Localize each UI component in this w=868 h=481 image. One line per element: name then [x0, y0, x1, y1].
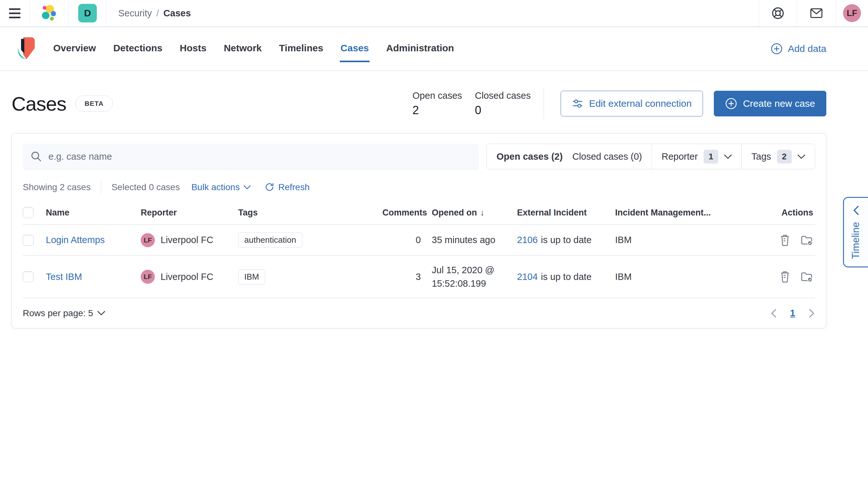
- add-data-button[interactable]: Add data: [771, 43, 826, 55]
- tags-count-badge: 2: [777, 150, 792, 163]
- chevron-down-icon: [97, 311, 105, 315]
- timeline-flyout-toggle[interactable]: Timeline: [843, 197, 868, 267]
- col-actions: Actions: [733, 203, 815, 225]
- case-name-link[interactable]: Test IBM: [46, 272, 82, 282]
- top-chrome-bar: D Security / Cases: [0, 0, 868, 27]
- divider: [101, 181, 101, 194]
- tab-detections[interactable]: Detections: [113, 35, 163, 62]
- previous-page-icon[interactable]: [770, 308, 777, 318]
- menu-section: [0, 0, 30, 26]
- table-header-row: Name Reporter Tags Comments Opened on↓ E…: [23, 203, 815, 225]
- reporter-name: Liverpool FC: [161, 235, 213, 245]
- closed-cases-label: Closed cases: [475, 90, 531, 101]
- push-external-incident-icon[interactable]: [800, 234, 813, 246]
- tag-badge: authentication: [238, 233, 302, 247]
- chevron-down-icon: [724, 154, 732, 159]
- row-checkbox[interactable]: [23, 271, 34, 282]
- beta-badge: BETA: [75, 95, 113, 112]
- reporter-filter-label: Reporter: [661, 151, 698, 162]
- next-page-icon[interactable]: [809, 308, 815, 318]
- elastic-logo-icon[interactable]: [41, 4, 57, 22]
- col-external-incident: External Incident: [517, 203, 615, 225]
- cases-panel: Open cases (2) Closed cases (0) Reporter…: [11, 133, 826, 328]
- space-badge[interactable]: D: [78, 4, 97, 23]
- user-section: LF: [836, 0, 868, 26]
- delete-case-icon[interactable]: [779, 271, 791, 283]
- opened-on-value: Jul 15, 2020 @ 15:52:08.199: [421, 255, 517, 298]
- reporter-avatar: LF: [141, 270, 155, 284]
- tag-badge: IBM: [238, 269, 265, 284]
- cases-table: Name Reporter Tags Comments Opened on↓ E…: [23, 203, 815, 298]
- delete-case-icon[interactable]: [779, 234, 791, 246]
- create-new-case-button[interactable]: Create new case: [714, 91, 826, 116]
- user-avatar[interactable]: LF: [843, 4, 861, 22]
- hamburger-menu-icon[interactable]: [9, 8, 21, 18]
- opened-on-value: 35 minutes ago: [421, 225, 517, 255]
- reporter-name: Liverpool FC: [161, 272, 213, 282]
- refresh-button[interactable]: Refresh: [265, 182, 310, 192]
- tab-network[interactable]: Network: [223, 35, 262, 62]
- tags-filter-label: Tags: [751, 151, 771, 162]
- newsfeed-section: [797, 0, 836, 26]
- sort-desc-icon: ↓: [480, 208, 485, 217]
- case-search-box: [23, 144, 479, 169]
- external-incident-link[interactable]: 2104: [517, 272, 538, 282]
- nav-tabs: Overview Detections Hosts Network Timeli…: [53, 35, 455, 62]
- help-icon[interactable]: [771, 6, 785, 21]
- filter-closed-cases[interactable]: Closed cases (0): [567, 144, 652, 169]
- tab-overview[interactable]: Overview: [53, 35, 96, 62]
- col-opened-on[interactable]: Opened on↓: [421, 203, 517, 225]
- rows-per-page-button[interactable]: Rows per page: 5: [23, 308, 105, 319]
- open-cases-label: Open cases: [412, 90, 462, 101]
- push-external-incident-icon[interactable]: [800, 271, 813, 282]
- chevron-down-icon: [798, 154, 805, 159]
- page-title: Cases: [11, 92, 66, 115]
- case-name-link[interactable]: Login Attemps: [46, 235, 105, 245]
- filter-group: Open cases (2) Closed cases (0) Reporter…: [487, 144, 815, 169]
- external-incident-status: is up to date: [541, 272, 592, 282]
- table-utility-bar: Showing 2 cases Selected 0 cases Bulk ac…: [23, 181, 815, 194]
- col-comments: Comments: [382, 203, 421, 225]
- col-reporter: Reporter: [141, 203, 238, 225]
- security-app-icon: [17, 36, 35, 61]
- case-search-input[interactable]: [49, 151, 471, 162]
- filter-reporter[interactable]: Reporter 1: [652, 144, 741, 169]
- selected-count-text: Selected 0 cases: [112, 182, 180, 192]
- page-number-1[interactable]: 1: [790, 308, 795, 319]
- reporter-avatar: LF: [141, 233, 155, 247]
- breadcrumb: Security / Cases: [107, 0, 200, 26]
- pagination: 1: [770, 308, 815, 319]
- mail-icon[interactable]: [809, 6, 824, 21]
- tab-administration[interactable]: Administration: [385, 35, 455, 62]
- add-data-label: Add data: [788, 43, 826, 54]
- table-footer: Rows per page: 5 1: [23, 300, 815, 323]
- tab-hosts[interactable]: Hosts: [179, 35, 207, 62]
- refresh-icon: [265, 182, 274, 192]
- showing-count-text: Showing 2 cases: [23, 182, 91, 192]
- open-cases-stat: Open cases 2: [412, 90, 462, 117]
- search-icon: [30, 151, 42, 162]
- tab-timelines[interactable]: Timelines: [279, 35, 324, 62]
- breadcrumb-security[interactable]: Security: [118, 8, 152, 19]
- plus-circle-icon: [725, 97, 737, 110]
- incident-management-value: IBM: [615, 225, 733, 255]
- elastic-logo-section: [30, 0, 69, 26]
- col-name[interactable]: Name: [46, 203, 141, 225]
- divider: [544, 88, 544, 119]
- bulk-actions-button[interactable]: Bulk actions: [191, 182, 251, 192]
- breadcrumb-separator: /: [156, 8, 159, 19]
- incident-management-value: IBM: [615, 255, 733, 298]
- col-incident-management: Incident Management...: [615, 203, 733, 225]
- col-tags: Tags: [238, 203, 382, 225]
- filter-tags[interactable]: Tags 2: [741, 144, 815, 169]
- external-incident-link[interactable]: 2106: [517, 235, 538, 245]
- tab-cases[interactable]: Cases: [340, 35, 369, 62]
- space-section: D: [69, 0, 107, 26]
- edit-external-connection-button[interactable]: Edit external connection: [561, 91, 703, 116]
- chevron-down-icon: [244, 185, 251, 189]
- select-all-checkbox[interactable]: [23, 207, 34, 218]
- comments-count: 0: [382, 225, 421, 255]
- row-checkbox[interactable]: [23, 235, 34, 246]
- help-section: [759, 0, 797, 26]
- filter-open-cases[interactable]: Open cases (2): [487, 144, 567, 169]
